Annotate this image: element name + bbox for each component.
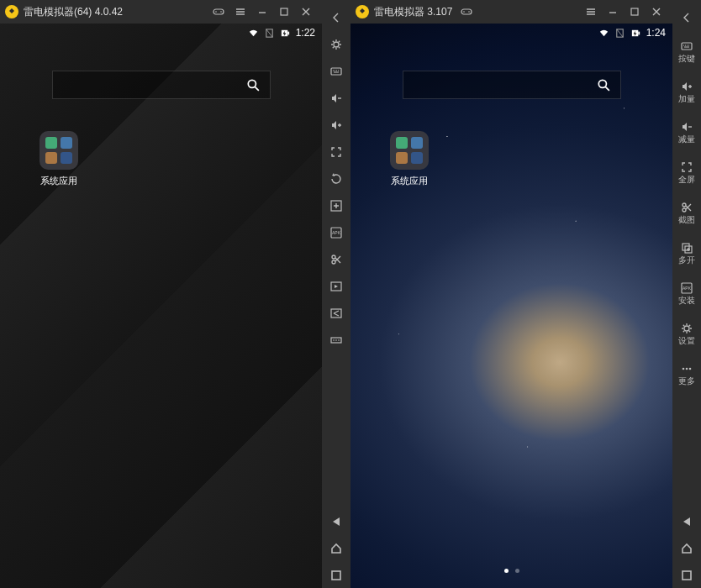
- emulator-screen[interactable]: 1:22 系统应用: [0, 24, 322, 588]
- wifi-icon: [248, 28, 259, 39]
- install-apk-button[interactable]: 安装: [674, 274, 699, 312]
- collapse-button[interactable]: [324, 5, 349, 30]
- clock: 1:24: [646, 27, 666, 39]
- search-icon: [597, 78, 610, 92]
- app-logo-icon: [5, 5, 18, 18]
- battery-charging-icon: [630, 28, 641, 39]
- menu-button[interactable]: [580, 1, 602, 23]
- nav-home-button[interactable]: [674, 536, 699, 561]
- no-sim-icon: [264, 28, 275, 39]
- nav-home-button[interactable]: [324, 536, 349, 561]
- minimize-button[interactable]: [602, 1, 624, 23]
- android-statusbar: 1:24: [350, 24, 672, 42]
- rotate-button[interactable]: [324, 166, 349, 192]
- minimize-button[interactable]: [251, 1, 273, 23]
- multi-instance-button[interactable]: 多开: [674, 234, 699, 272]
- toolbar-left: [322, 0, 350, 588]
- more-button[interactable]: [324, 328, 349, 353]
- gamepad-icon[interactable]: [208, 1, 229, 23]
- system-apps-folder[interactable]: 系统应用: [34, 131, 84, 187]
- maximize-button[interactable]: [273, 1, 295, 23]
- screenshot-button[interactable]: 截图: [674, 193, 699, 232]
- nav-back-button[interactable]: [324, 509, 349, 534]
- titlebar-left: 雷电模拟器(64) 4.0.42: [0, 0, 322, 24]
- maximize-button[interactable]: [624, 1, 646, 23]
- app-logo-icon: [356, 5, 369, 18]
- folder-label: 系统应用: [391, 175, 428, 187]
- volume-up-button[interactable]: 加量: [674, 72, 699, 111]
- wifi-icon: [598, 28, 609, 39]
- fullscreen-button[interactable]: 全屏: [674, 153, 699, 192]
- folder-icon: [40, 131, 78, 170]
- screenshot-button[interactable]: [324, 274, 349, 299]
- titlebar-right: 雷电模拟器 3.107: [350, 0, 672, 24]
- volume-up-button[interactable]: [324, 113, 349, 138]
- share-button[interactable]: [324, 301, 349, 326]
- keymap-button[interactable]: [324, 59, 349, 84]
- toolbar-right: 按键 加量 减量 全屏 截图 多开 安装 设置 更多: [672, 0, 701, 588]
- settings-button[interactable]: [324, 32, 349, 57]
- nav-recent-button[interactable]: [324, 563, 349, 588]
- folder-icon: [390, 131, 429, 170]
- more-button[interactable]: 更多: [674, 354, 699, 393]
- page-indicator: [504, 569, 519, 573]
- keymap-button[interactable]: 按键: [674, 32, 699, 71]
- folder-label: 系统应用: [40, 175, 77, 187]
- install-apk-button[interactable]: [324, 220, 349, 245]
- nav-back-button[interactable]: [674, 509, 699, 534]
- search-bar[interactable]: [52, 71, 271, 99]
- gamepad-icon[interactable]: [456, 1, 477, 23]
- search-icon: [246, 78, 260, 92]
- menu-button[interactable]: [229, 1, 251, 23]
- no-sim-icon: [614, 28, 625, 39]
- fullscreen-button[interactable]: [324, 139, 349, 165]
- close-button[interactable]: [646, 1, 667, 23]
- settings-button[interactable]: 设置: [674, 314, 699, 353]
- android-statusbar: 1:22: [0, 24, 322, 42]
- add-button[interactable]: [324, 193, 349, 218]
- collapse-button[interactable]: [674, 5, 699, 30]
- volume-down-button[interactable]: [324, 86, 349, 111]
- volume-down-button[interactable]: 减量: [674, 113, 699, 151]
- window-title: 雷电模拟器(64) 4.0.42: [24, 5, 123, 19]
- search-bar[interactable]: [403, 71, 621, 99]
- system-apps-folder[interactable]: 系统应用: [384, 131, 435, 187]
- emulator-screen[interactable]: 1:24 系统应用: [350, 24, 672, 588]
- nav-recent-button[interactable]: [674, 563, 699, 588]
- scissors-button[interactable]: [324, 247, 349, 272]
- clock: 1:22: [296, 27, 315, 39]
- close-button[interactable]: [295, 1, 317, 23]
- battery-charging-icon: [280, 28, 291, 39]
- window-title: 雷电模拟器 3.107: [374, 5, 452, 19]
